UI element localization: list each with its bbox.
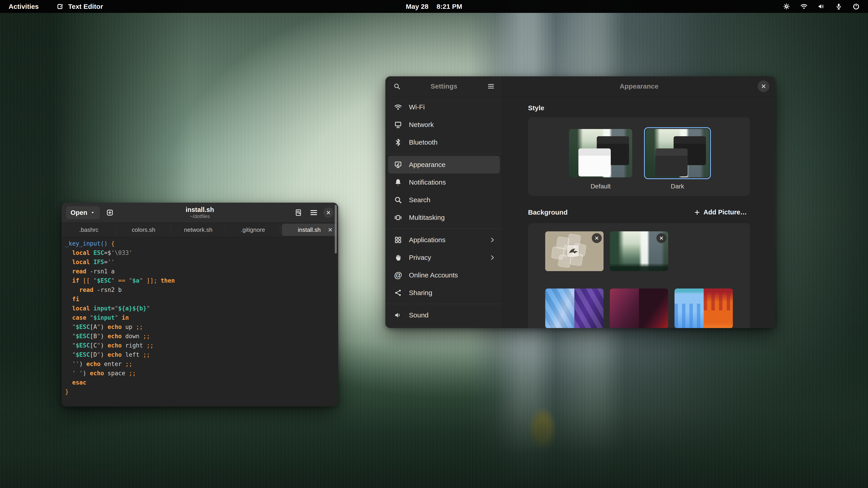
new-tab-icon [106, 208, 114, 217]
network-icon [394, 121, 402, 129]
main-menu-button[interactable] [308, 207, 320, 219]
hand-icon [394, 254, 402, 262]
code-line: read -rsn1 a [65, 267, 338, 276]
tab-label: colors.sh [132, 226, 155, 233]
style-card: Default Dark [528, 117, 750, 196]
close-settings-button[interactable] [758, 80, 770, 92]
style-option-label: Default [591, 183, 611, 190]
wifi-icon[interactable] [800, 3, 808, 10]
sidebar-item-network[interactable]: Network [388, 116, 500, 133]
sidebar-item-power[interactable]: Power [388, 324, 500, 328]
appearance-icon [394, 161, 402, 169]
style-preview-dark [646, 129, 709, 177]
hexagons-wallpaper[interactable] [545, 289, 603, 328]
add-picture-label: Add Picture… [704, 208, 747, 216]
settings-title: Settings [431, 83, 457, 90]
open-button[interactable]: Open [66, 206, 100, 219]
volume-icon[interactable] [817, 3, 825, 10]
date-label: May 28 [406, 3, 428, 10]
clock-button[interactable]: May 28 8:21 PM [406, 3, 462, 10]
code-line: "$ESC[B") echo down ;; [65, 332, 338, 341]
style-preview-default [569, 129, 632, 177]
remove-wallpaper-button[interactable] [592, 233, 602, 243]
tab-label: network.sh [184, 226, 213, 233]
tab-.gitignore[interactable]: .gitignore [225, 223, 280, 237]
code-line: read -rsn2 b [65, 285, 338, 295]
style-option-default[interactable]: Default [567, 127, 634, 196]
settings-window: Settings Wi-Fi Network Bluetooth Appeara… [385, 76, 775, 328]
code-line: "$ESC[A") echo up ;; [65, 322, 338, 332]
multitasking-icon [394, 214, 402, 222]
style-option-dark[interactable]: Dark [644, 127, 711, 196]
sidebar-item-search[interactable]: Search [388, 191, 500, 209]
code-line: _key_input() { [65, 239, 338, 248]
code-line: if [[ "$ESC" == "$a" ]]; then [65, 276, 338, 285]
sidebar-item-label: Notifications [409, 178, 446, 186]
red-waves-wallpaper[interactable] [610, 289, 668, 328]
search-button[interactable] [391, 80, 403, 92]
settings-sidebar: Settings Wi-Fi Network Bluetooth Appeara… [385, 76, 503, 328]
editor-scrollbar[interactable] [335, 205, 337, 254]
sidebar-item-sound[interactable]: Sound [388, 306, 500, 324]
drips-wallpaper[interactable] [675, 289, 733, 328]
bell-icon [394, 178, 402, 186]
code-editor-area[interactable]: _key_input() { local ESC=$'\033' local I… [61, 237, 338, 406]
remove-wallpaper-button[interactable] [656, 233, 666, 243]
code-line: local input="${a}${b}" [65, 304, 338, 313]
glass-tiles-wallpaper[interactable] [545, 231, 603, 271]
code-line: local IFS='' [65, 258, 338, 267]
sidebar-divider [385, 153, 502, 154]
style-section-label: Style [528, 104, 750, 112]
sidebar-item-wi-fi[interactable]: Wi-Fi [388, 98, 500, 116]
activities-button[interactable]: Activities [0, 0, 47, 13]
code-line: '') echo enter ;; [65, 359, 338, 369]
appearance-panel: Style Default Dark Background Add Pictur… [503, 96, 775, 328]
tab-label: .gitignore [241, 226, 265, 233]
sidebar-item-label: Wi-Fi [409, 103, 425, 111]
add-picture-button[interactable]: Add Picture… [691, 206, 750, 218]
sidebar-item-label: Applications [409, 236, 445, 244]
forest-waterfall-wallpaper[interactable] [610, 231, 668, 271]
system-status-area[interactable] [783, 0, 868, 13]
microphone-icon[interactable] [835, 3, 842, 10]
sidebar-divider [385, 304, 502, 304]
background-section-label: Background [528, 208, 567, 216]
focused-app-indicator[interactable]: Text Editor [53, 0, 106, 13]
code-line: case "$input" in [65, 313, 338, 322]
plus-icon [694, 209, 700, 216]
open-button-label: Open [70, 209, 87, 217]
tab-close-icon[interactable] [328, 227, 333, 232]
primary-menu-button[interactable] [485, 80, 497, 92]
panel-title: Appearance [620, 83, 658, 90]
tab-install.sh[interactable]: install.sh [282, 224, 337, 236]
close-icon [761, 84, 767, 89]
sidebar-item-label: Sharing [409, 289, 432, 297]
tab-.bashrc[interactable]: .bashrc [61, 223, 116, 237]
bluetooth-icon [394, 138, 402, 147]
panel-headerbar: Appearance [503, 76, 775, 96]
top-bar: Activities Text Editor May 28 8:21 PM [0, 0, 868, 13]
document-search-button[interactable] [292, 207, 304, 219]
settings-content: Appearance Style Default Dark Background [503, 76, 775, 328]
caret-down-icon [90, 210, 95, 215]
sidebar-item-appearance[interactable]: Appearance [388, 156, 500, 173]
power-icon[interactable] [852, 3, 860, 10]
sidebar-item-notifications[interactable]: Notifications [388, 173, 500, 191]
tab-colors.sh[interactable]: colors.sh [116, 223, 171, 237]
sidebar-item-sharing[interactable]: Sharing [388, 284, 500, 302]
new-tab-button[interactable] [104, 207, 116, 219]
code-line [65, 396, 338, 406]
sidebar-item-multitasking[interactable]: Multitasking [388, 209, 500, 226]
sidebar-item-online-accounts[interactable]: @ Online Accounts [388, 266, 500, 284]
tab-network.sh[interactable]: network.sh [171, 223, 225, 237]
code-line: _new_line_foreach_item() { [65, 406, 338, 406]
sidebar-item-applications[interactable]: Applications [388, 231, 500, 249]
close-window-button[interactable] [323, 207, 334, 218]
night-light-icon[interactable] [783, 3, 790, 10]
sidebar-item-label: Sound [409, 311, 429, 319]
sidebar-item-privacy[interactable]: Privacy [388, 249, 500, 266]
sidebar-item-label: Network [409, 121, 434, 129]
sidebar-item-bluetooth[interactable]: Bluetooth [388, 133, 500, 151]
code-line: ' ') echo space ;; [65, 369, 338, 378]
search-icon [394, 196, 402, 204]
